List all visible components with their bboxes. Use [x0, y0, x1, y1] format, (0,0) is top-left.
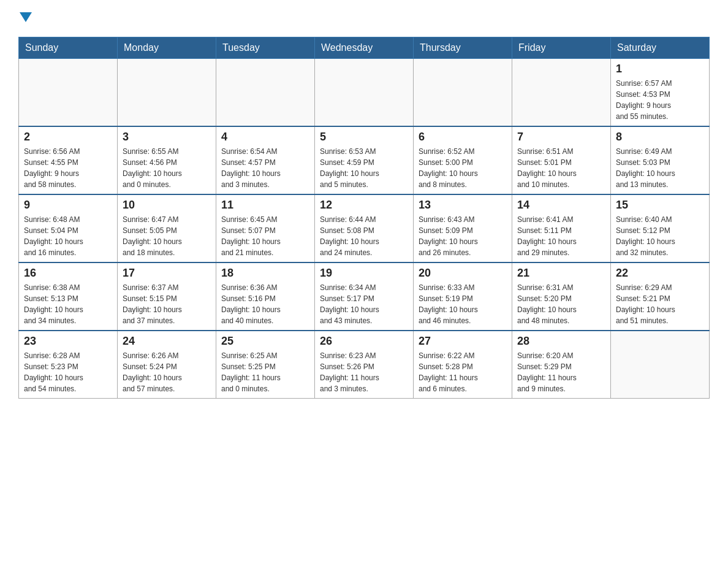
day-info: Sunrise: 6:54 AMSunset: 4:57 PMDaylight:… [221, 146, 309, 190]
day-number: 14 [517, 199, 605, 212]
table-row: 20Sunrise: 6:33 AMSunset: 5:19 PMDayligh… [414, 262, 512, 331]
day-info: Sunrise: 6:20 AMSunset: 5:29 PMDaylight:… [517, 350, 605, 394]
day-info: Sunrise: 6:22 AMSunset: 5:28 PMDaylight:… [419, 350, 507, 394]
day-number: 25 [221, 335, 309, 348]
day-info: Sunrise: 6:47 AMSunset: 5:05 PMDaylight:… [123, 214, 211, 258]
day-number: 16 [24, 267, 112, 280]
table-row: 10Sunrise: 6:47 AMSunset: 5:05 PMDayligh… [118, 194, 216, 262]
header-sunday: Sunday [19, 37, 118, 59]
calendar-week-row: 2Sunrise: 6:56 AMSunset: 4:55 PMDaylight… [19, 126, 710, 194]
calendar-week-row: 23Sunrise: 6:28 AMSunset: 5:23 PMDayligh… [19, 331, 710, 399]
table-row: 7Sunrise: 6:51 AMSunset: 5:01 PMDaylight… [512, 126, 611, 194]
table-row: 23Sunrise: 6:28 AMSunset: 5:23 PMDayligh… [19, 331, 118, 399]
header [18, 12, 710, 25]
day-info: Sunrise: 6:55 AMSunset: 4:56 PMDaylight:… [123, 146, 211, 190]
header-wednesday: Wednesday [315, 37, 414, 59]
table-row: 28Sunrise: 6:20 AMSunset: 5:29 PMDayligh… [512, 331, 611, 399]
table-row [315, 59, 414, 127]
table-row [216, 59, 315, 127]
day-number: 17 [123, 267, 211, 280]
day-number: 24 [123, 335, 211, 348]
day-info: Sunrise: 6:48 AMSunset: 5:04 PMDaylight:… [24, 214, 112, 258]
table-row: 19Sunrise: 6:34 AMSunset: 5:17 PMDayligh… [315, 262, 414, 331]
table-row: 14Sunrise: 6:41 AMSunset: 5:11 PMDayligh… [512, 194, 611, 262]
day-number: 7 [517, 131, 605, 144]
table-row: 15Sunrise: 6:40 AMSunset: 5:12 PMDayligh… [611, 194, 710, 262]
table-row [512, 59, 611, 127]
table-row: 22Sunrise: 6:29 AMSunset: 5:21 PMDayligh… [611, 262, 710, 331]
header-tuesday: Tuesday [216, 37, 315, 59]
day-info: Sunrise: 6:33 AMSunset: 5:19 PMDaylight:… [419, 282, 507, 326]
day-info: Sunrise: 6:43 AMSunset: 5:09 PMDaylight:… [419, 214, 507, 258]
day-number: 27 [419, 335, 507, 348]
table-row: 25Sunrise: 6:25 AMSunset: 5:25 PMDayligh… [216, 331, 315, 399]
day-number: 5 [320, 131, 408, 144]
day-number: 18 [221, 267, 309, 280]
day-info: Sunrise: 6:51 AMSunset: 5:01 PMDaylight:… [517, 146, 605, 190]
day-number: 22 [616, 267, 704, 280]
table-row: 16Sunrise: 6:38 AMSunset: 5:13 PMDayligh… [19, 262, 118, 331]
calendar-week-row: 9Sunrise: 6:48 AMSunset: 5:04 PMDaylight… [19, 194, 710, 262]
table-row: 24Sunrise: 6:26 AMSunset: 5:24 PMDayligh… [118, 331, 216, 399]
table-row: 11Sunrise: 6:45 AMSunset: 5:07 PMDayligh… [216, 194, 315, 262]
day-number: 10 [123, 199, 211, 212]
day-number: 3 [123, 131, 211, 144]
day-info: Sunrise: 6:26 AMSunset: 5:24 PMDaylight:… [123, 350, 211, 394]
day-number: 12 [320, 199, 408, 212]
day-number: 6 [419, 131, 507, 144]
day-info: Sunrise: 6:45 AMSunset: 5:07 PMDaylight:… [221, 214, 309, 258]
header-monday: Monday [118, 37, 216, 59]
logo [18, 12, 32, 25]
day-info: Sunrise: 6:53 AMSunset: 4:59 PMDaylight:… [320, 146, 408, 190]
table-row: 17Sunrise: 6:37 AMSunset: 5:15 PMDayligh… [118, 262, 216, 331]
day-info: Sunrise: 6:40 AMSunset: 5:12 PMDaylight:… [616, 214, 704, 258]
header-friday: Friday [512, 37, 611, 59]
day-info: Sunrise: 6:44 AMSunset: 5:08 PMDaylight:… [320, 214, 408, 258]
header-thursday: Thursday [414, 37, 512, 59]
table-row [118, 59, 216, 127]
table-row: 4Sunrise: 6:54 AMSunset: 4:57 PMDaylight… [216, 126, 315, 194]
day-info: Sunrise: 6:34 AMSunset: 5:17 PMDaylight:… [320, 282, 408, 326]
day-number: 4 [221, 131, 309, 144]
day-number: 11 [221, 199, 309, 212]
table-row: 1Sunrise: 6:57 AMSunset: 4:53 PMDaylight… [611, 59, 710, 127]
day-info: Sunrise: 6:56 AMSunset: 4:55 PMDaylight:… [24, 146, 112, 190]
weekday-header-row: Sunday Monday Tuesday Wednesday Thursday… [19, 37, 710, 59]
day-info: Sunrise: 6:49 AMSunset: 5:03 PMDaylight:… [616, 146, 704, 190]
table-row: 18Sunrise: 6:36 AMSunset: 5:16 PMDayligh… [216, 262, 315, 331]
logo-triangle-icon [20, 12, 32, 22]
table-row: 26Sunrise: 6:23 AMSunset: 5:26 PMDayligh… [315, 331, 414, 399]
table-row: 27Sunrise: 6:22 AMSunset: 5:28 PMDayligh… [414, 331, 512, 399]
table-row: 12Sunrise: 6:44 AMSunset: 5:08 PMDayligh… [315, 194, 414, 262]
day-number: 8 [616, 131, 704, 144]
calendar-week-row: 1Sunrise: 6:57 AMSunset: 4:53 PMDaylight… [19, 59, 710, 127]
day-number: 15 [616, 199, 704, 212]
day-number: 19 [320, 267, 408, 280]
day-info: Sunrise: 6:41 AMSunset: 5:11 PMDaylight:… [517, 214, 605, 258]
calendar-week-row: 16Sunrise: 6:38 AMSunset: 5:13 PMDayligh… [19, 262, 710, 331]
table-row: 6Sunrise: 6:52 AMSunset: 5:00 PMDaylight… [414, 126, 512, 194]
day-info: Sunrise: 6:36 AMSunset: 5:16 PMDaylight:… [221, 282, 309, 326]
day-info: Sunrise: 6:57 AMSunset: 4:53 PMDaylight:… [616, 78, 704, 122]
day-info: Sunrise: 6:29 AMSunset: 5:21 PMDaylight:… [616, 282, 704, 326]
table-row: 5Sunrise: 6:53 AMSunset: 4:59 PMDaylight… [315, 126, 414, 194]
day-number: 13 [419, 199, 507, 212]
day-number: 9 [24, 199, 112, 212]
table-row: 9Sunrise: 6:48 AMSunset: 5:04 PMDaylight… [19, 194, 118, 262]
day-info: Sunrise: 6:38 AMSunset: 5:13 PMDaylight:… [24, 282, 112, 326]
table-row: 2Sunrise: 6:56 AMSunset: 4:55 PMDaylight… [19, 126, 118, 194]
day-info: Sunrise: 6:31 AMSunset: 5:20 PMDaylight:… [517, 282, 605, 326]
table-row: 13Sunrise: 6:43 AMSunset: 5:09 PMDayligh… [414, 194, 512, 262]
day-number: 1 [616, 63, 704, 75]
day-info: Sunrise: 6:25 AMSunset: 5:25 PMDaylight:… [221, 350, 309, 394]
table-row: 8Sunrise: 6:49 AMSunset: 5:03 PMDaylight… [611, 126, 710, 194]
header-saturday: Saturday [611, 37, 710, 59]
table-row [414, 59, 512, 127]
day-number: 26 [320, 335, 408, 348]
table-row [19, 59, 118, 127]
day-info: Sunrise: 6:52 AMSunset: 5:00 PMDaylight:… [419, 146, 507, 190]
day-info: Sunrise: 6:37 AMSunset: 5:15 PMDaylight:… [123, 282, 211, 326]
table-row: 3Sunrise: 6:55 AMSunset: 4:56 PMDaylight… [118, 126, 216, 194]
day-info: Sunrise: 6:28 AMSunset: 5:23 PMDaylight:… [24, 350, 112, 394]
day-number: 28 [517, 335, 605, 348]
